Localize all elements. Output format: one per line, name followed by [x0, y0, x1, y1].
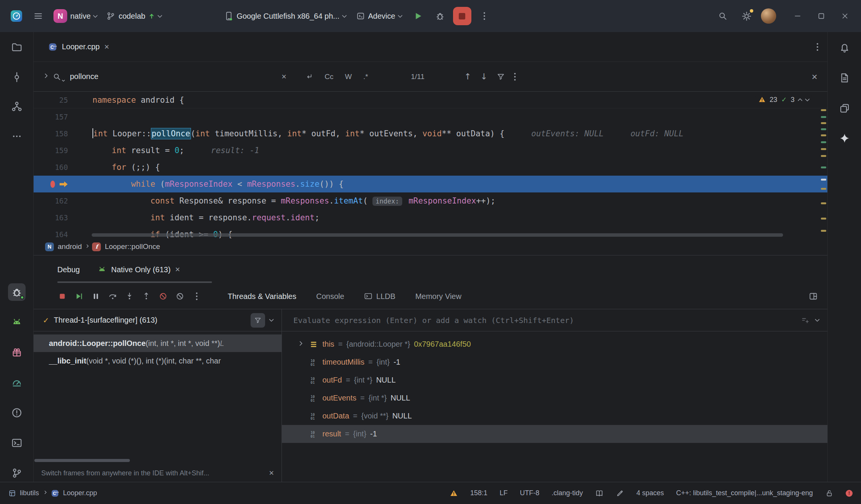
stripe-mark-icon[interactable]	[821, 128, 826, 130]
gemini-button[interactable]	[836, 129, 853, 147]
variable-row-outData[interactable]: 1001outData = {void **} NULL	[282, 407, 827, 425]
more-actions-button[interactable]	[475, 7, 494, 25]
stack-frame-row[interactable]: android::Looper::pollOnce(int, int *, in…	[34, 334, 282, 352]
problems-toolwindow-button[interactable]	[8, 404, 26, 422]
stripe-mark-icon[interactable]	[821, 166, 826, 168]
settings-button[interactable]	[737, 7, 756, 25]
version-control-toolwindow-button[interactable]	[8, 464, 26, 482]
stripe-mark-icon[interactable]	[821, 155, 826, 157]
stripe-mark-icon[interactable]	[821, 148, 826, 150]
window-maximize-button[interactable]	[812, 7, 830, 25]
editor-line[interactable]: 159 int result = 0;result: -1	[34, 142, 827, 159]
whats-new-toolwindow-button[interactable]	[8, 344, 26, 361]
stack-frame-row[interactable]: __libc_init(void *, void (*)(), int (*)(…	[34, 352, 282, 370]
device-selector[interactable]: Google Cuttlefish x86_64 ph...	[221, 7, 349, 25]
unlocked-icon[interactable]	[825, 489, 833, 498]
vcs-branch-selector[interactable]: codelab	[103, 7, 165, 25]
editor-gutter[interactable]: 159	[34, 142, 91, 159]
project-selector[interactable]: N native	[50, 7, 100, 25]
step-out-button[interactable]	[139, 289, 154, 304]
editor-line[interactable]: 163 int ident = response.request.ident;	[34, 209, 827, 226]
search-options-kebab-icon[interactable]	[514, 73, 516, 81]
variable-row-outFd[interactable]: 1001outFd = {int *} NULL	[282, 371, 827, 389]
chevron-down-icon[interactable]	[269, 317, 274, 322]
stop-button[interactable]	[453, 7, 471, 25]
stripe-mark-icon[interactable]	[821, 122, 826, 124]
stripe-mark-icon[interactable]	[821, 188, 826, 190]
code-line[interactable]: for (;;) {	[91, 159, 827, 176]
previous-match-icon[interactable]: ↑	[464, 72, 471, 81]
search-everywhere-button[interactable]	[714, 7, 732, 25]
breakpoint-icon[interactable]	[50, 181, 55, 188]
code-line[interactable]: int ident = response.request.ident;	[91, 209, 827, 226]
device-explorer-button[interactable]	[836, 69, 853, 87]
error-indicator-icon[interactable]: !	[846, 490, 853, 497]
editor-line[interactable]: 157	[34, 108, 827, 125]
whole-words-toggle[interactable]: W	[342, 70, 355, 83]
variable-row-outEvents[interactable]: 1001outEvents = {int *} NULL	[282, 389, 827, 407]
expand-search-icon[interactable]	[43, 73, 48, 78]
debug-tab-memory-view[interactable]: Memory View	[415, 292, 461, 301]
editor-gutter[interactable]: 164	[34, 226, 91, 238]
terminal-toolwindow-button[interactable]	[8, 434, 26, 452]
status-module[interactable]: libutils	[8, 489, 39, 497]
file-encoding[interactable]: UTF-8	[520, 489, 539, 497]
editor-line[interactable]: 25namespace android {	[34, 92, 827, 108]
editor-line[interactable]: 158int Looper::pollOnce(int timeoutMilli…	[34, 125, 827, 142]
main-menu-button[interactable]	[29, 7, 47, 25]
close-search-icon[interactable]: ×	[812, 72, 817, 82]
line-ending[interactable]: LF	[500, 489, 508, 497]
variable-row-this[interactable]: this = {android::Looper *} 0x7967aa146f5…	[282, 335, 827, 353]
stop-process-button[interactable]	[55, 289, 70, 304]
previous-problem-icon[interactable]	[798, 98, 803, 103]
code-line[interactable]	[91, 108, 827, 125]
next-match-icon[interactable]: ↓	[481, 72, 487, 81]
warning-icon[interactable]	[450, 489, 458, 498]
code-editor[interactable]: 25namespace android {157158int Looper::p…	[34, 92, 827, 238]
editor-tab-looper-cpp[interactable]: C ++ Looper.cpp ×	[43, 32, 115, 61]
debug-tab-console[interactable]: Console	[316, 292, 344, 301]
editor-line[interactable]: 160 for (;;) {	[34, 159, 827, 176]
code-line[interactable]: while (mResponseIndex < mResponses.size(…	[91, 176, 827, 192]
clear-search-icon[interactable]: ×	[282, 73, 286, 81]
debug-tab-threads-variables[interactable]: Threads & Variables	[228, 292, 296, 301]
reader-mode-icon[interactable]	[595, 489, 604, 498]
indent-widget[interactable]: 4 spaces	[636, 489, 664, 497]
stripe-mark-icon[interactable]	[821, 134, 826, 136]
stripe-mark-icon[interactable]	[821, 179, 826, 181]
project-toolwindow-button[interactable]	[8, 39, 26, 56]
editor-gutter[interactable]: 158	[34, 125, 91, 142]
variable-row-result[interactable]: 1001result = {int} -1	[282, 425, 827, 443]
more-toolwindows-button[interactable]	[8, 128, 26, 145]
code-line[interactable]: int result = 0;result: -1	[91, 142, 827, 159]
debug-more-actions-button[interactable]	[189, 289, 204, 304]
profiler-toolwindow-button[interactable]	[8, 374, 26, 391]
running-devices-toolwindow-button[interactable]	[8, 313, 26, 331]
editor-gutter[interactable]: 157	[34, 108, 91, 125]
status-file[interactable]: C ++ Looper.cpp	[51, 489, 97, 498]
session-tab-close-icon[interactable]: ×	[175, 265, 180, 274]
step-over-button[interactable]	[105, 289, 120, 304]
debug-button[interactable]	[431, 7, 449, 25]
window-minimize-button[interactable]	[788, 7, 807, 25]
next-problem-icon[interactable]	[805, 97, 810, 102]
clang-tidy-widget[interactable]: .clang-tidy	[552, 489, 583, 497]
run-button[interactable]	[409, 7, 427, 25]
code-line[interactable]: const Response& response = mResponses.it…	[91, 192, 827, 209]
expand-chevron-icon[interactable]	[295, 343, 305, 345]
editor-gutter[interactable]: 163	[34, 209, 91, 226]
stripe-mark-icon[interactable]	[821, 141, 826, 143]
stripe-mark-icon[interactable]	[821, 116, 826, 118]
editor-gutter[interactable]: 160	[34, 159, 91, 176]
search-type-button[interactable]	[52, 72, 65, 81]
layout-settings-button[interactable]	[806, 289, 821, 304]
resume-program-button[interactable]	[72, 289, 86, 304]
inspections-widget[interactable]: 23 ✓ 3	[755, 95, 812, 105]
code-line[interactable]: int Looper::pollOnce(int timeoutMillis, …	[91, 125, 827, 142]
tab-close-icon[interactable]: ×	[104, 43, 109, 51]
window-close-button[interactable]	[836, 7, 854, 25]
tab-options-kebab-icon[interactable]	[817, 43, 818, 51]
variable-row-timeoutMillis[interactable]: 1001timeoutMillis = {int} -1	[282, 353, 827, 371]
editor-line[interactable]: 162 const Response& response = mResponse…	[34, 192, 827, 209]
debug-tab-lldb[interactable]: LLDB	[364, 292, 395, 301]
